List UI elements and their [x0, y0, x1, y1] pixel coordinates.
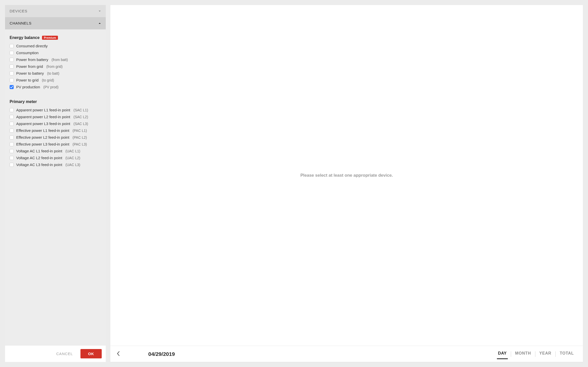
checkbox-icon[interactable]: [10, 108, 14, 112]
channel-label: Power from battery: [16, 57, 48, 62]
channel-checkbox-row[interactable]: Consumed directly: [8, 43, 103, 49]
channel-label: Apparent power L1 feed-in point: [16, 108, 70, 112]
channel-checkbox-row[interactable]: Apparent power L1 feed-in point(SAC L1): [8, 107, 103, 113]
channel-suffix: (UAC L2): [66, 156, 80, 160]
channels-body: Energy balancePremiumConsumed directlyCo…: [5, 29, 106, 345]
channel-suffix: (from batt): [52, 58, 68, 62]
main-body: Please select at least one appropriate d…: [110, 5, 583, 346]
checkbox-icon[interactable]: [10, 78, 14, 82]
channel-label: Effective power L2 feed-in point: [16, 135, 69, 139]
checkbox-icon[interactable]: [10, 156, 14, 160]
channel-checkbox-row[interactable]: Voltage AC L2 feed-in point(UAC L2): [8, 154, 103, 161]
channel-label: Voltage AC L2 feed-in point: [16, 156, 62, 160]
channel-checkbox-row[interactable]: PV production(PV prod): [8, 84, 103, 90]
channel-checkbox-row[interactable]: Voltage AC L3 feed-in point(UAC L3): [8, 161, 103, 168]
channel-group-title-text: Energy balance: [10, 35, 39, 40]
channel-group-title: Energy balancePremium: [8, 35, 103, 43]
channel-label: Power to grid: [16, 78, 38, 82]
checkbox-icon[interactable]: [10, 58, 14, 62]
channel-label: Voltage AC L1 feed-in point: [16, 149, 62, 153]
channel-suffix: (from grid): [46, 65, 63, 69]
channel-checkbox-row[interactable]: Apparent power L3 feed-in point(SAC L3): [8, 120, 103, 127]
sidebar-footer: CANCEL OK: [5, 345, 106, 362]
checkbox-icon[interactable]: [10, 65, 14, 69]
tab-separator: [535, 351, 535, 357]
channel-suffix: (UAC L1): [66, 149, 80, 153]
premium-badge: Premium: [42, 36, 58, 40]
checkbox-icon[interactable]: [10, 163, 14, 167]
channel-label: Effective power L3 feed-in point: [16, 142, 69, 146]
channel-checkbox-row[interactable]: Power from battery(from batt): [8, 56, 103, 63]
channel-suffix: (UAC L3): [66, 163, 80, 167]
range-tab-day[interactable]: DAY: [495, 350, 510, 359]
main-panel: Please select at least one appropriate d…: [110, 5, 583, 362]
channel-checkbox-row[interactable]: Power from grid(from grid): [8, 63, 103, 70]
main-footer: 04/29/2019 DAYMONTHYEARTOTAL: [110, 346, 583, 362]
range-tab-year[interactable]: YEAR: [536, 350, 555, 359]
channel-suffix: (PAC L1): [73, 129, 87, 133]
channel-checkbox-row[interactable]: Consumption: [8, 49, 103, 56]
checkbox-icon[interactable]: [10, 71, 14, 75]
checkbox-icon[interactable]: [10, 135, 14, 139]
channel-label: Effective power L1 feed-in point: [16, 128, 69, 133]
range-tabs: DAYMONTHYEARTOTAL: [495, 350, 577, 359]
channel-checkbox-row[interactable]: Voltage AC L1 feed-in point(UAC L1): [8, 148, 103, 154]
channel-group: Energy balancePremiumConsumed directlyCo…: [8, 35, 103, 90]
channel-suffix: (to batt): [47, 71, 59, 75]
chevron-left-icon: [116, 351, 120, 357]
checkbox-icon[interactable]: [10, 44, 14, 48]
sidebar: DEVICES CHANNELS Energy balancePremiumCo…: [5, 5, 106, 362]
ok-button[interactable]: OK: [80, 349, 102, 358]
channel-checkbox-row[interactable]: Power to battery(to batt): [8, 70, 103, 77]
channel-group-title: Primary meter: [8, 99, 103, 107]
channel-group: Primary meterApparent power L1 feed-in p…: [8, 99, 103, 168]
channel-suffix: (PV prod): [43, 85, 58, 89]
checkbox-icon[interactable]: [10, 51, 14, 55]
channel-checkbox-row[interactable]: Power to grid(to grid): [8, 77, 103, 84]
channel-checkbox-row[interactable]: Effective power L1 feed-in point(PAC L1): [8, 127, 103, 134]
channel-suffix: (PAC L3): [73, 142, 87, 146]
channel-checkbox-row[interactable]: Apparent power L2 feed-in point(SAC L2): [8, 113, 103, 120]
accordion-channels-header[interactable]: CHANNELS: [5, 17, 106, 29]
checkbox-icon[interactable]: [10, 85, 14, 89]
checkbox-icon[interactable]: [10, 115, 14, 119]
channel-suffix: (to grid): [42, 78, 54, 82]
channel-label: Apparent power L2 feed-in point: [16, 115, 70, 119]
channel-checkbox-row[interactable]: Effective power L2 feed-in point(PAC L2): [8, 134, 103, 141]
channel-label: Consumed directly: [16, 44, 48, 48]
date-display[interactable]: 04/29/2019: [148, 351, 175, 357]
channel-label: Voltage AC L3 feed-in point: [16, 162, 62, 167]
chevron-up-icon: [98, 22, 101, 25]
chevron-down-icon: [98, 10, 101, 13]
channel-suffix: (SAC L2): [73, 115, 88, 119]
checkbox-icon[interactable]: [10, 142, 14, 146]
channel-checkbox-row[interactable]: Effective power L3 feed-in point(PAC L3): [8, 141, 103, 148]
range-tab-month[interactable]: MONTH: [512, 350, 534, 359]
checkbox-icon[interactable]: [10, 149, 14, 153]
app-root: DEVICES CHANNELS Energy balancePremiumCo…: [0, 0, 588, 367]
channel-label: Consumption: [16, 51, 38, 55]
accordion-channels-label: CHANNELS: [10, 21, 32, 25]
range-tab-total[interactable]: TOTAL: [557, 350, 577, 359]
channel-label: Apparent power L3 feed-in point: [16, 121, 70, 126]
empty-state-message: Please select at least one appropriate d…: [300, 173, 393, 178]
accordion-devices-header[interactable]: DEVICES: [5, 5, 106, 17]
checkbox-icon[interactable]: [10, 122, 14, 126]
channel-label: Power to battery: [16, 71, 44, 75]
cancel-button[interactable]: CANCEL: [55, 350, 74, 358]
channel-suffix: (SAC L3): [73, 122, 88, 126]
tab-separator: [555, 351, 556, 357]
checkbox-icon[interactable]: [10, 129, 14, 133]
tab-separator: [511, 351, 511, 357]
channel-suffix: (SAC L1): [73, 108, 88, 112]
channel-label: Power from grid: [16, 64, 43, 69]
date-prev-button[interactable]: [114, 349, 123, 359]
channel-label: PV production: [16, 85, 40, 89]
channel-group-title-text: Primary meter: [10, 99, 37, 104]
channel-suffix: (PAC L2): [73, 135, 87, 139]
accordion-devices-label: DEVICES: [10, 9, 27, 13]
